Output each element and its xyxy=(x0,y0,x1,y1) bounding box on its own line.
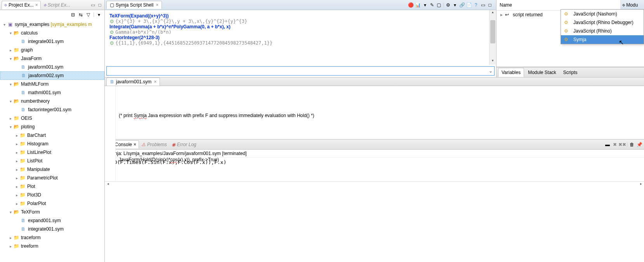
scroll-left-icon[interactable]: ◂ xyxy=(105,182,111,186)
toolbar-dropdown-icon[interactable]: ▾ xyxy=(422,2,428,8)
shell-input-line: Integrate(Gamma(a + b*x)^n*PolyGamma(0, … xyxy=(109,24,491,29)
collapse-all-icon[interactable]: ⊟ xyxy=(70,12,76,18)
close-icon[interactable]: × xyxy=(154,79,156,84)
menu-item-js-rhino[interactable]: ⚙ JavaScript (Rhino) xyxy=(561,27,644,35)
tree-folder-mathml[interactable]: ▾📂MathMLForm xyxy=(0,80,104,88)
tree-folder[interactable]: ▸📁BarChart xyxy=(0,131,104,140)
shell-input-line: FactorInteger(2^128-3) xyxy=(109,35,491,40)
tree-folder[interactable]: ▸📁Plot xyxy=(0,182,104,191)
minimize-icon[interactable]: ▭ xyxy=(480,2,486,8)
tree-file[interactable]: 🗎mathml001.sym xyxy=(0,88,104,97)
scroll-down-icon[interactable]: ▾ xyxy=(490,59,496,65)
tree-folder[interactable]: ▸📁Plot3D xyxy=(0,191,104,199)
filter-icon[interactable]: ▽ xyxy=(85,12,92,18)
file-icon: 🗎 xyxy=(110,79,115,84)
tree-label-decoration: [symja_examples m xyxy=(51,22,92,27)
close-icon[interactable]: × xyxy=(35,2,38,8)
script-engine-menu: ⚙ JavaScript (Nashorn) ⚙ JavaScript (Rhi… xyxy=(561,9,644,44)
project-tree: ▾ ▣ symja_examples [symja_examples m ▾📂c… xyxy=(0,19,104,262)
link-editor-icon[interactable]: ⇆ xyxy=(78,12,84,18)
new-icon[interactable]: 📄 xyxy=(466,2,472,8)
twisty-icon[interactable]: ▾ xyxy=(2,22,7,27)
tree-folder[interactable]: ▸📁ParametricPlot xyxy=(0,174,104,182)
tree-folder[interactable]: ▸📁PolarPlot xyxy=(0,199,104,208)
tab-script-explorer[interactable]: ⎆ Script Ex... xyxy=(41,1,73,9)
shell-input-field[interactable]: ⌄ xyxy=(106,66,495,76)
menu-item-symja[interactable]: ⚙ Symja xyxy=(561,35,644,44)
scrollbar-horizontal[interactable]: ◂ ▸ xyxy=(105,181,644,182)
tree-folder-ploting[interactable]: ▾📂ploting xyxy=(0,122,104,131)
column-header-name[interactable]: Name xyxy=(496,0,621,10)
toolbar-dropdown-icon[interactable]: ▾ xyxy=(452,2,458,8)
tab-module-stack[interactable]: Module Stack xyxy=(525,68,559,77)
tree-folder[interactable]: ▸📁ListPlot xyxy=(0,157,104,165)
tree-root[interactable]: ▾ ▣ symja_examples [symja_examples m xyxy=(0,20,104,29)
menu-item-js-rhino-debugger[interactable]: ⚙ JavaScript (Rhino Debugger) xyxy=(561,18,644,27)
toolbar-icon[interactable]: 🔴 xyxy=(408,2,414,8)
editor-tab-label: javaform001.sym xyxy=(116,79,151,84)
module-tab-label: Modu xyxy=(626,2,638,8)
tree-folder[interactable]: ▸📁ListLinePlot xyxy=(0,148,104,157)
view-menu-icon[interactable]: ▾ xyxy=(96,12,102,18)
tree-file[interactable]: 🗎integrate001.sym xyxy=(0,37,104,46)
tab-project-explorer[interactable]: ⎆ Project Ex... × xyxy=(2,1,41,9)
tab-scripts[interactable]: Scripts xyxy=(560,68,581,77)
tab-symja-shell[interactable]: ▢ Symja Script Shell × xyxy=(106,1,162,9)
history-dropdown-icon[interactable]: ⌄ xyxy=(487,68,494,74)
tree-folder-calculus[interactable]: ▾📂calculus xyxy=(0,29,104,37)
minimize-icon[interactable]: ▭ xyxy=(90,2,96,8)
tree-folder-oeis[interactable]: ▸📁OEIS xyxy=(0,114,104,122)
tab-label: Symja Script Shell xyxy=(116,2,153,8)
menu-item-js-nashorn[interactable]: ⚙ JavaScript (Nashorn) xyxy=(561,10,644,18)
package-icon: ⎆ xyxy=(4,2,7,8)
menu-label: JavaScript (Rhino Debugger) xyxy=(573,20,634,25)
tree-file[interactable]: 🗎factorinteger001.sym xyxy=(0,105,104,114)
tree-file[interactable]: 🗎expand001.sym xyxy=(0,216,104,225)
scroll-thumb[interactable] xyxy=(490,20,495,43)
tree-folder[interactable]: ▸📁Manipulate xyxy=(0,165,104,174)
tree-file[interactable]: 🗎javaform001.sym xyxy=(0,63,104,71)
menu-label: JavaScript (Nashorn) xyxy=(573,11,617,17)
tree-folder-traceform[interactable]: ▸📁traceform xyxy=(0,233,104,242)
gear-icon: ⚙ xyxy=(564,20,571,25)
maximize-icon[interactable]: □ xyxy=(487,2,493,8)
link-icon[interactable]: 🔗 xyxy=(459,2,465,8)
tree-file[interactable]: 🗎integrate001.sym xyxy=(0,225,104,233)
tree-folder[interactable]: ▸📁Histogram xyxy=(0,140,104,148)
gear-icon: ⚙ xyxy=(564,11,571,17)
module-view-tab[interactable]: ⎆ Modu xyxy=(621,0,644,10)
tab-label: Script Ex... xyxy=(48,2,70,8)
tree-folder-treeform[interactable]: ▸📁treeform xyxy=(0,242,104,250)
project-icon: ▣ xyxy=(7,22,13,27)
gear-icon: ⚙ xyxy=(564,28,571,34)
shell-input[interactable] xyxy=(107,68,487,74)
edit-icon[interactable]: ✎ xyxy=(429,2,435,8)
close-icon[interactable]: × xyxy=(156,2,158,8)
shell-result: {{11,1},{6949,1},{4451685225093714772084… xyxy=(115,40,273,46)
module-icon: ⎆ xyxy=(622,2,625,8)
tab-variables[interactable]: Variables xyxy=(498,68,524,77)
return-icon: ↩ xyxy=(505,12,511,17)
tree-folder-graph[interactable]: ▸📁graph xyxy=(0,46,104,54)
tree-folder-javaform[interactable]: ▾📂JavaForm xyxy=(0,54,104,63)
menu-label: Symja xyxy=(573,37,586,42)
menu-label: JavaScript (Rhino) xyxy=(573,28,612,34)
tree-folder-texform[interactable]: ▾📂TeXForm xyxy=(0,208,104,216)
gears-icon[interactable]: ⚙ xyxy=(445,2,451,8)
shell-output: TeXForm(Expand((x+y)^3)) ⊙ {x}^{3} + 3\,… xyxy=(105,10,496,65)
twisty-icon[interactable]: ▸ xyxy=(498,12,505,17)
scrollbar-vertical[interactable]: ▴ ▾ xyxy=(489,10,496,65)
toolbar-icon[interactable]: ▢ xyxy=(436,2,442,8)
editor-body[interactable]: (* print Symja Java expression with pref… xyxy=(105,86,644,181)
tree-file-selected[interactable]: 🗎javaform002.sym xyxy=(0,71,104,80)
scroll-up-icon[interactable]: ▴ xyxy=(490,10,496,16)
sidebar-toolbar: ⊟ ⇆ ▽ | ▾ xyxy=(0,10,104,19)
help-icon[interactable]: ? xyxy=(473,2,479,8)
result-marker-icon: ⊙ xyxy=(109,40,114,46)
shell-icon: ▢ xyxy=(110,2,114,8)
maximize-icon[interactable]: □ xyxy=(97,2,103,8)
tree-folder-numbertheory[interactable]: ▾📂numbertheory xyxy=(0,97,104,105)
editor-tab[interactable]: 🗎 javaform001.sym × xyxy=(106,78,160,86)
toolbar-icon[interactable]: 📊 xyxy=(415,2,421,8)
scroll-right-icon[interactable]: ▸ xyxy=(638,182,644,186)
